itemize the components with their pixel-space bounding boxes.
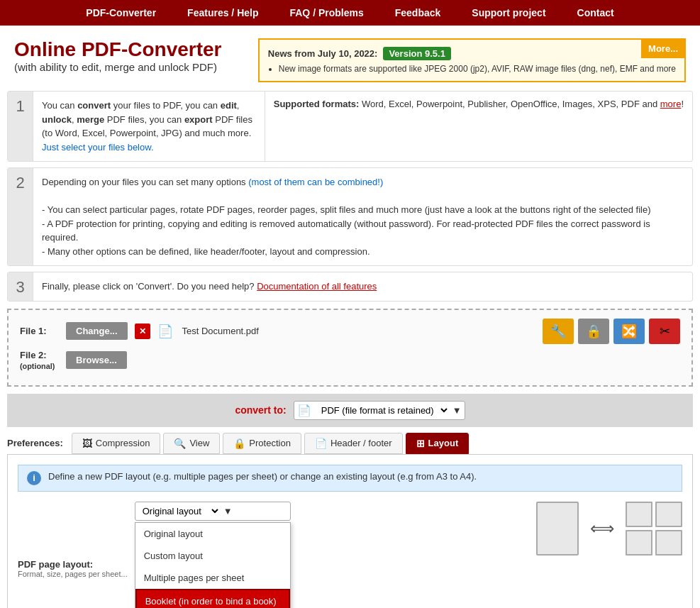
step3-number: 3	[8, 272, 33, 301]
file1-tools: 🔧 🔒 🔀 ✂	[543, 319, 680, 344]
file2-label: File 2: (optional)	[20, 350, 59, 371]
news-box: More... News from July 10, 2022: Version…	[258, 38, 686, 82]
step1-subtext: Just select your files below.	[42, 142, 154, 153]
layout-select-wrap[interactable]: Original layout ▼	[135, 502, 291, 521]
layout-dropdown-menu: Original layout Custom layout Multiple p…	[135, 522, 291, 609]
file1-scissors-button[interactable]: ✂	[649, 319, 680, 344]
tab-protection[interactable]: 🔒 Protection	[223, 433, 301, 454]
header-title: Online PDF-Converter (with ability to ed…	[14, 38, 221, 73]
tab-layout[interactable]: ⊞ Layout	[406, 433, 470, 454]
nav-features-help[interactable]: Features / Help	[172, 0, 274, 26]
header-footer-icon: 📄	[315, 438, 327, 449]
header-section: Online PDF-Converter (with ability to ed…	[0, 26, 700, 91]
dropdown-item-original[interactable]: Original layout	[135, 523, 290, 545]
pdf-format-icon: 📄	[294, 404, 314, 417]
mini-page-2	[655, 502, 682, 527]
layout-field-sub: Format, size, pages per sheet...	[18, 570, 128, 578]
layout-left-panel: PDF page layout: Format, size, pages per…	[18, 502, 522, 609]
convert-format-select-wrap[interactable]: 📄 PDF (file format is retained) ▼	[294, 401, 465, 420]
file1-label: File 1:	[20, 326, 59, 336]
step1-row: 1 You can convert your files to PDF, you…	[7, 91, 693, 162]
pdf-layout-label: PDF page layout:	[18, 559, 93, 570]
more-formats-link[interactable]: more	[660, 99, 682, 109]
tab-compression[interactable]: 🖼 Compression	[72, 433, 161, 454]
step3-row: 3 Finally, please click on 'Convert'. Do…	[7, 272, 693, 302]
preferences-label: Preferences:	[7, 438, 63, 448]
multi-page-icon	[626, 502, 682, 556]
convert-format-select[interactable]: PDF (file format is retained)	[314, 402, 450, 419]
protection-icon: 🔒	[233, 438, 245, 449]
more-button[interactable]: More...	[641, 39, 685, 58]
layout-icon: ⊞	[416, 438, 425, 449]
version-badge: Version 9.5.1	[383, 47, 451, 60]
step2-bullet2: - A PDF protection for printing, copying…	[42, 219, 650, 243]
info-icon: i	[27, 471, 41, 485]
file1-lock-button[interactable]: 🔒	[578, 319, 609, 344]
nav-support-project[interactable]: Support project	[456, 0, 561, 26]
file1-name: Test Document.pdf	[182, 326, 259, 336]
step2-row: 2 Depending on your files you can set ma…	[7, 167, 693, 266]
news-label: News from July 10, 2022:	[268, 48, 378, 59]
nav-feedback[interactable]: Feedback	[379, 0, 457, 26]
news-item: New image formats are supported like JPE…	[279, 64, 676, 74]
step2-content: Depending on your files you can set many…	[33, 168, 692, 265]
nav-pdf-converter[interactable]: PDF-Converter	[70, 0, 172, 26]
layout-visual: ⟺	[536, 502, 682, 556]
mini-page-3	[626, 530, 652, 556]
dropdown-item-custom[interactable]: Custom layout	[135, 545, 290, 567]
single-page-icon	[536, 502, 579, 556]
top-navigation: PDF-Converter Features / Help FAQ / Prob…	[0, 0, 700, 26]
file2-browse-button[interactable]: Browse...	[66, 351, 127, 369]
arrow-icon: ⟺	[590, 519, 614, 538]
layout-info-text: Define a new PDF layout (e.g. multiple p…	[48, 471, 477, 482]
layout-info-banner: i Define a new PDF layout (e.g. multiple…	[18, 465, 682, 492]
step3-content: Finally, please click on 'Convert'. Do y…	[33, 272, 692, 301]
news-list: New image formats are supported like JPE…	[279, 64, 676, 74]
docs-link[interactable]: Documentation of all features	[257, 281, 377, 292]
layout-field-row: PDF page layout: Format, size, pages per…	[18, 502, 522, 609]
dropdown-options-list: Original layout Custom layout Multiple p…	[135, 522, 291, 609]
file1-row: File 1: Change... ✕ 📄 Test Document.pdf …	[20, 319, 680, 344]
dropdown-item-multiple[interactable]: Multiple pages per sheet	[135, 567, 290, 589]
file2-row: File 2: (optional) Browse...	[20, 350, 680, 371]
file1-pages-button[interactable]: 🔀	[613, 319, 645, 344]
view-icon: 🔍	[174, 438, 186, 449]
file2-optional: (optional)	[20, 362, 55, 370]
mini-page-1	[626, 502, 652, 527]
step1-content: You can convert your files to PDF, you c…	[33, 92, 265, 161]
preferences-tabs-row: Preferences: 🖼 Compression 🔍 View 🔒 Prot…	[0, 427, 700, 454]
tab-header-footer[interactable]: 📄 Header / footer	[304, 433, 403, 454]
site-title: Online PDF-Converter	[14, 38, 221, 61]
layout-panel: i Define a new PDF layout (e.g. multiple…	[7, 454, 693, 609]
dropdown-item-booklet[interactable]: Booklet (in order to bind a book)	[135, 589, 290, 609]
step1-number: 1	[8, 92, 33, 161]
layout-select-container: Original layout ▼ Original layout Custom…	[135, 502, 291, 609]
layout-field-label-block: PDF page layout: Format, size, pages per…	[18, 559, 128, 578]
step2-bullet1: - You can select particular pages, rotat…	[42, 204, 650, 215]
mini-page-4	[655, 530, 682, 556]
layout-select[interactable]: Original layout	[135, 502, 221, 520]
convert-format-row: convert to: 📄 PDF (file format is retain…	[7, 394, 693, 427]
layout-options-row: PDF page layout: Format, size, pages per…	[18, 502, 682, 609]
file1-remove-button[interactable]: ✕	[135, 324, 150, 339]
site-subtitle: (with ability to edit, merge and unlock …	[14, 61, 221, 73]
dropdown-arrow-icon: ▼	[221, 506, 235, 516]
tab-view[interactable]: 🔍 View	[163, 433, 220, 454]
file1-change-button[interactable]: Change...	[66, 322, 128, 340]
nav-contact[interactable]: Contact	[562, 0, 630, 26]
step2-number: 2	[8, 168, 33, 265]
layout-diagram: ⟺	[536, 502, 682, 556]
file-area: File 1: Change... ✕ 📄 Test Document.pdf …	[7, 309, 693, 387]
nav-faq-problems[interactable]: FAQ / Problems	[274, 0, 379, 26]
step2-bullet3: - Many other options can be defined, lik…	[42, 246, 370, 257]
file1-settings-button[interactable]: 🔧	[543, 319, 574, 344]
step1-supported: Supported formats: Word, Excel, Powerpoi…	[265, 92, 692, 161]
compression-icon: 🖼	[82, 438, 92, 449]
pdf-file-icon: 📄	[157, 324, 173, 339]
chevron-down-icon: ▼	[450, 405, 465, 416]
convert-to-label: convert to:	[235, 404, 286, 416]
